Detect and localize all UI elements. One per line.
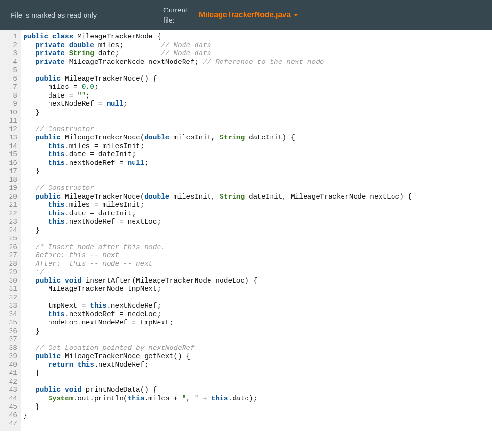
code-line: nodeLoc.nextNodeRef = tmpNext; — [23, 319, 412, 327]
line-number: 24 — [2, 226, 18, 235]
code-line: this.miles = milesInit; — [23, 201, 412, 210]
line-number: 45 — [2, 403, 18, 411]
line-number: 11 — [2, 117, 18, 125]
code-line: public void printNodeData() { — [23, 386, 412, 395]
chevron-down-icon — [294, 14, 298, 16]
line-number: 2 — [2, 41, 18, 50]
code-line — [23, 378, 412, 386]
line-number: 36 — [2, 327, 18, 336]
code-line: tmpNext = this.nextNodeRef; — [23, 302, 412, 311]
code-line: } — [23, 327, 412, 336]
code-line: } — [23, 411, 412, 420]
line-number: 10 — [2, 109, 18, 117]
line-number: 23 — [2, 218, 18, 226]
code-line: } — [23, 109, 412, 117]
code-line: nextNodeRef = null; — [23, 100, 412, 109]
code-line: public MileageTrackerNode() { — [23, 75, 412, 84]
line-number: 39 — [2, 352, 18, 361]
code-line: this.date = dateInit; — [23, 210, 412, 218]
code-line: this.nextNodeRef = null; — [23, 159, 412, 168]
code-line: public class MileageTrackerNode { — [23, 33, 412, 41]
code-line: After: this -- node -- next — [23, 260, 412, 269]
code-line — [23, 117, 412, 125]
line-number: 6 — [2, 75, 18, 84]
code-line — [23, 294, 412, 302]
line-number: 34 — [2, 311, 18, 319]
line-number: 9 — [2, 100, 18, 109]
code-line: System.out.println(this.miles + ", " + t… — [23, 395, 412, 403]
code-line: // Constructor — [23, 125, 412, 134]
code-line: private double miles; // Node data — [23, 41, 412, 50]
line-number: 19 — [2, 184, 18, 193]
line-number: 17 — [2, 167, 18, 176]
code-line: private MileageTrackerNode nextNodeRef; … — [23, 58, 412, 67]
line-number: 13 — [2, 134, 18, 142]
code-line: public MileageTrackerNode(double milesIn… — [23, 193, 412, 201]
code-line: this.nextNodeRef = nodeLoc; — [23, 311, 412, 319]
line-number: 37 — [2, 336, 18, 344]
line-number: 26 — [2, 243, 18, 252]
line-number: 27 — [2, 251, 18, 260]
line-number: 31 — [2, 285, 18, 294]
line-number: 38 — [2, 344, 18, 353]
code-line: private String date; // Node data — [23, 50, 412, 58]
line-number-gutter: 1234567891011121314151617181920212223242… — [0, 30, 21, 431]
code-line: } — [23, 226, 412, 235]
code-line: miles = 0.0; — [23, 83, 412, 92]
line-number: 43 — [2, 386, 18, 395]
line-number: 25 — [2, 235, 18, 243]
code-line: this.nextNodeRef = nextLoc; — [23, 218, 412, 226]
line-number: 29 — [2, 268, 18, 277]
code-line: this.miles = milesInit; — [23, 142, 412, 151]
line-number: 1 — [2, 33, 18, 41]
code-line: // Get Location pointed by nextNodeRef — [23, 344, 412, 353]
line-number: 32 — [2, 294, 18, 302]
line-number: 47 — [2, 420, 18, 428]
code-line: date = ""; — [23, 92, 412, 100]
line-number: 40 — [2, 361, 18, 370]
line-number: 35 — [2, 319, 18, 327]
code-line — [23, 176, 412, 185]
code-line: /* Insert node after this node. — [23, 243, 412, 252]
line-number: 7 — [2, 83, 18, 92]
code-line — [23, 420, 412, 428]
line-number: 20 — [2, 193, 18, 201]
code-line: return this.nextNodeRef; — [23, 361, 412, 370]
line-number: 15 — [2, 150, 18, 159]
line-number: 3 — [2, 50, 18, 58]
header-bar: File is marked as read only Currentfile:… — [0, 0, 492, 30]
line-number: 12 — [2, 125, 18, 134]
file-name: MileageTrackerNode.java — [199, 11, 291, 19]
line-number: 14 — [2, 142, 18, 151]
code-line — [23, 336, 412, 344]
code-line: } — [23, 167, 412, 176]
line-number: 5 — [2, 66, 18, 75]
code-line: } — [23, 369, 412, 378]
readonly-message: File is marked as read only — [0, 11, 163, 19]
line-number: 8 — [2, 92, 18, 100]
code-line: } — [23, 403, 412, 411]
current-file-label: Currentfile: — [163, 5, 199, 25]
line-number: 16 — [2, 159, 18, 168]
line-number: 18 — [2, 176, 18, 185]
line-number: 28 — [2, 260, 18, 269]
code-line: */ — [23, 268, 412, 277]
code-line — [23, 235, 412, 243]
file-dropdown[interactable]: MileageTrackerNode.java — [199, 11, 298, 19]
line-number: 21 — [2, 201, 18, 210]
line-number: 4 — [2, 58, 18, 67]
code-content: public class MileageTrackerNode { privat… — [21, 30, 412, 431]
line-number: 22 — [2, 210, 18, 218]
line-number: 33 — [2, 302, 18, 311]
code-line: this.date = dateInit; — [23, 150, 412, 159]
line-number: 44 — [2, 395, 18, 403]
code-line: public void insertAfter(MileageTrackerNo… — [23, 277, 412, 286]
code-line: public MileageTrackerNode getNext() { — [23, 352, 412, 361]
code-line: // Constructor — [23, 184, 412, 193]
line-number: 46 — [2, 411, 18, 420]
code-line: MileageTrackerNode tmpNext; — [23, 285, 412, 294]
code-line: Before: this -- next — [23, 251, 412, 260]
code-editor: 1234567891011121314151617181920212223242… — [0, 30, 492, 431]
line-number: 41 — [2, 369, 18, 378]
line-number: 30 — [2, 277, 18, 286]
